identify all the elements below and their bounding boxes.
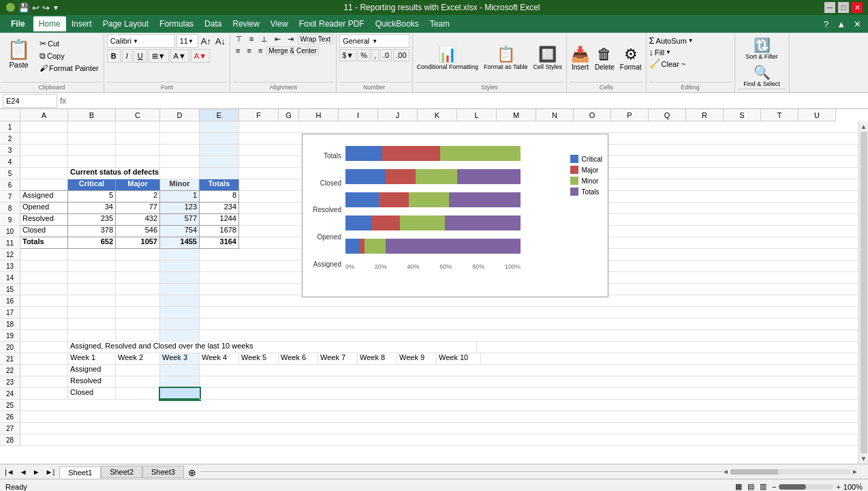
cell-F7[interactable]: 8 <box>200 191 239 203</box>
conditional-formatting-btn[interactable]: 📊 Conditional Formatting <box>416 44 480 72</box>
formula-input[interactable] <box>69 97 865 105</box>
cell-D23[interactable] <box>116 376 160 388</box>
font-name-selector[interactable]: Calibri ▼ <box>107 34 175 48</box>
row-header-4[interactable]: 4 <box>0 156 20 168</box>
comma-btn[interactable]: , <box>371 49 379 61</box>
indent-increase-btn[interactable]: ⇥ <box>285 34 296 44</box>
format-painter-button[interactable]: 🖌 Format Painter <box>37 63 101 74</box>
cell-E5[interactable] <box>200 168 239 179</box>
fill-btn[interactable]: ↓ Fill ▼ <box>649 47 732 57</box>
row-header-13[interactable]: 13 <box>0 261 20 272</box>
row-header-12[interactable]: 12 <box>0 249 20 261</box>
cell-rest-1[interactable] <box>239 121 868 133</box>
row-header-1[interactable]: 1 <box>0 121 20 133</box>
cell-C21[interactable]: Week 1 <box>68 353 116 365</box>
cell-E10[interactable]: 754 <box>160 226 200 237</box>
row-header-2[interactable]: 2 <box>0 133 20 145</box>
cell-A1[interactable] <box>20 121 68 133</box>
add-sheet-btn[interactable]: ⊕ <box>184 467 200 478</box>
col-header-M[interactable]: M <box>497 109 536 121</box>
middle-align-btn[interactable]: ≡ <box>247 34 256 44</box>
horizontal-scrollbar[interactable]: ◄ ► <box>722 468 858 475</box>
cell-A4[interactable] <box>20 156 68 168</box>
cell-E1[interactable] <box>200 121 239 133</box>
row-header-15[interactable]: 15 <box>0 284 20 295</box>
cell-D4[interactable] <box>160 156 200 168</box>
cell-C4[interactable] <box>116 156 160 168</box>
cell-E8[interactable]: 123 <box>160 203 200 214</box>
prev-sheet-btn[interactable]: ◄ <box>18 468 29 476</box>
ribbon-minimize-btn[interactable]: ▲ <box>833 19 850 29</box>
cell-E3[interactable] <box>200 145 239 156</box>
col-header-J[interactable]: J <box>378 109 418 121</box>
cell-E23[interactable] <box>160 376 200 388</box>
sheet-tab-3[interactable]: Sheet3 <box>142 466 184 478</box>
underline-button[interactable]: U <box>134 49 147 63</box>
cell-F11[interactable]: 3164 <box>200 237 239 249</box>
format-cells-btn[interactable]: ⚙ Format <box>619 44 643 72</box>
home-tab[interactable]: Home <box>33 16 66 31</box>
col-header-I[interactable]: I <box>339 109 378 121</box>
row-header-20[interactable]: 20 <box>0 342 20 353</box>
row-header-6[interactable]: 6 <box>0 179 20 191</box>
cell-B12[interactable] <box>20 249 68 261</box>
row-header-18[interactable]: 18 <box>0 318 20 330</box>
copy-button[interactable]: ⧉ Copy <box>37 50 101 61</box>
zoom-out-btn[interactable]: − <box>772 483 776 491</box>
row-header-25[interactable]: 25 <box>0 400 20 411</box>
cell-C9[interactable]: 235 <box>68 214 116 226</box>
row-header-22[interactable]: 22 <box>0 365 20 376</box>
paste-button[interactable]: 📋 Paste <box>3 35 35 72</box>
row-header-17[interactable]: 17 <box>0 307 20 318</box>
row-header-27[interactable]: 27 <box>0 423 20 434</box>
page-layout-tab[interactable]: Page Layout <box>97 16 154 31</box>
row-header-8[interactable]: 8 <box>0 203 20 214</box>
cell-K21[interactable]: Week 9 <box>397 353 437 365</box>
font-color-btn[interactable]: A▼ <box>191 49 210 63</box>
top-align-btn[interactable]: ⊤ <box>233 34 245 44</box>
row-header-19[interactable]: 19 <box>0 330 20 342</box>
sort-filter-btn[interactable]: 🔃 Sort & Filter <box>744 35 779 61</box>
decrease-decimal-btn[interactable]: .00 <box>393 49 409 61</box>
col-header-C[interactable]: C <box>116 109 160 121</box>
row-header-14[interactable]: 14 <box>0 272 20 284</box>
bold-button[interactable]: B <box>107 49 121 63</box>
cell-B7[interactable]: Assigned <box>20 191 68 203</box>
cell-C2[interactable] <box>116 133 160 145</box>
cell-B6[interactable] <box>20 179 68 191</box>
cell-C23[interactable]: Resolved <box>68 376 116 388</box>
row-header-11[interactable]: 11 <box>0 237 20 249</box>
cell-C8[interactable]: 34 <box>68 203 116 214</box>
cell-E9[interactable]: 577 <box>160 214 200 226</box>
data-tab[interactable]: Data <box>199 16 227 31</box>
cell-E22[interactable] <box>160 365 200 376</box>
cell-D2[interactable] <box>160 133 200 145</box>
merge-center-btn[interactable]: Merge & Center <box>266 46 319 55</box>
row-header-9[interactable]: 9 <box>0 214 20 226</box>
sheet-tab-2[interactable]: Sheet2 <box>101 466 142 478</box>
row-header-21[interactable]: 21 <box>0 353 20 365</box>
wrap-text-btn[interactable]: Wrap Text <box>298 34 334 44</box>
zoom-in-btn[interactable]: + <box>836 483 840 491</box>
next-sheet-btn[interactable]: ► <box>31 468 42 476</box>
cell-A5[interactable] <box>20 168 68 179</box>
decrease-font-btn[interactable]: A↓ <box>214 36 227 46</box>
cell-D1[interactable] <box>160 121 200 133</box>
quickbooks-tab[interactable]: QuickBooks <box>370 16 424 31</box>
col-header-B[interactable]: B <box>68 109 116 121</box>
cell-B10[interactable]: Closed <box>20 226 68 237</box>
team-tab[interactable]: Team <box>424 16 455 31</box>
cell-D11[interactable]: 1057 <box>116 237 160 249</box>
cell-J21[interactable]: Week 8 <box>358 353 397 365</box>
close-btn[interactable]: ✕ <box>852 2 863 13</box>
cell-D10[interactable]: 546 <box>116 226 160 237</box>
cell-B3[interactable] <box>68 145 116 156</box>
cell-B4[interactable] <box>68 156 116 168</box>
cell-D8[interactable]: 77 <box>116 203 160 214</box>
percent-btn[interactable]: % <box>358 49 370 61</box>
col-header-F[interactable]: F <box>239 109 279 121</box>
col-header-O[interactable]: O <box>574 109 611 121</box>
cell-B20[interactable]: Assigned, Resolved and Closed over the l… <box>68 342 477 353</box>
zoom-slider[interactable] <box>779 484 833 490</box>
delete-cells-btn[interactable]: 🗑 Delete <box>593 44 616 72</box>
